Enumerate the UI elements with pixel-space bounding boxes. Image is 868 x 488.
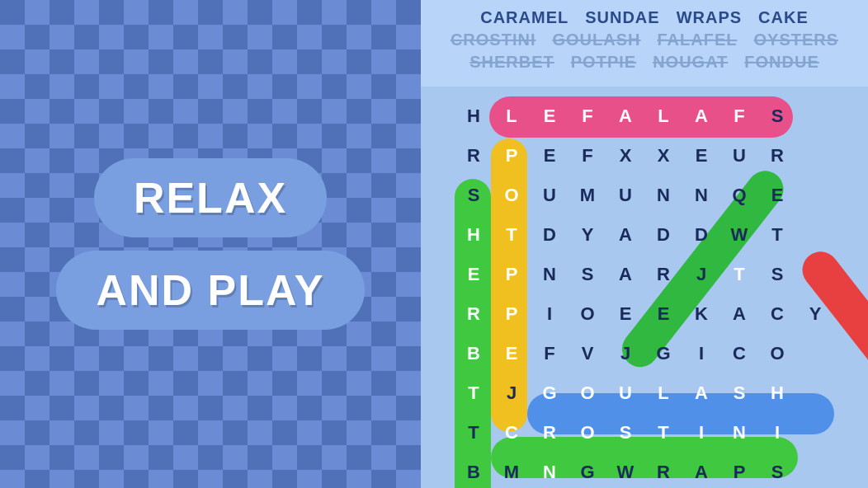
cell-9-2: N [531,451,568,488]
word-cake: CAKE [758,8,809,27]
cell-1-0: R [455,134,493,177]
cell-4-9 [796,253,834,296]
word-row-3: SHERBET POTPIE NOUGAT FONDUE [434,51,855,73]
cell-2-8: E [758,174,796,217]
cell-7-9 [796,372,834,415]
cell-0-8: S [758,95,796,138]
word-fondue: FONDUE [744,53,818,72]
cell-1-7: U [720,134,758,177]
cell-9-3: G [568,451,606,488]
cell-3-3: Y [568,214,606,256]
cell-3-2: D [531,214,568,256]
word-list-area: CARAMEL SUNDAE WRAPS CAKE CROSTINI GOULA… [421,0,868,87]
cell-0-5: L [644,95,682,138]
grid-area[interactable]: H L E F A L A F S R P E F X X E U R [421,87,868,488]
cell-6-0: B [455,332,493,375]
cell-4-0: E [455,253,493,296]
cell-3-5: D [644,214,682,256]
cell-0-7: F [720,95,758,138]
cell-3-6: D [682,214,720,256]
cell-4-3: S [568,253,606,296]
cell-0-1: L [493,95,531,138]
cell-5-2: I [531,293,568,336]
cell-5-1: P [493,293,531,336]
cell-2-5: N [644,174,682,217]
cell-1-6: E [682,134,720,177]
cell-0-4: A [606,95,644,138]
cell-3-4: A [606,214,644,256]
cell-6-9 [796,332,834,375]
cell-5-9: Y [796,293,834,336]
cell-7-6: A [682,372,720,415]
word-sherbet: SHERBET [469,53,554,72]
cell-2-7: Q [720,174,758,217]
cell-2-0: S [455,174,493,217]
word-oysters: OYSTERS [753,30,838,49]
cell-9-6: A [682,451,720,488]
cell-0-6: A [682,95,720,138]
cell-1-4: X [606,134,644,177]
cell-8-1: C [493,411,531,454]
cell-8-6: I [682,411,720,454]
cell-4-5: R [644,253,682,296]
cell-2-1: O [493,174,531,217]
cell-5-8: C [758,293,796,336]
cell-7-8: H [758,372,796,415]
cell-4-7: T [720,253,758,296]
word-sundae: SUNDAE [585,8,659,27]
word-nougat: NOUGAT [653,53,728,72]
cell-8-3: O [568,411,606,454]
left-panel: RELAX AND PLAY [0,0,421,488]
cell-5-5: E [644,293,682,336]
cell-2-9 [796,174,834,217]
cell-1-1: P [493,134,531,177]
cell-3-7: W [720,214,758,256]
cell-4-4: A [606,253,644,296]
cell-6-3: V [568,332,606,375]
cell-3-1: T [493,214,531,256]
cell-7-0: T [455,372,493,415]
cell-9-8: S [758,451,796,488]
cell-5-4: E [606,293,644,336]
cell-1-2: E [531,134,568,177]
cell-7-5: L [644,372,682,415]
cell-4-8: S [758,253,796,296]
cell-6-1: E [493,332,531,375]
cell-0-9 [796,95,834,138]
cell-4-6: J [682,253,720,296]
cell-7-2: G [531,372,568,415]
cell-4-1: P [493,253,531,296]
grid-wrapper: H L E F A L A F S R P E F X X E U R [455,95,834,488]
cell-5-7: A [720,293,758,336]
cell-2-6: N [682,174,720,217]
cell-2-2: U [531,174,568,217]
relax-text: RELAX [134,173,287,223]
word-falafel: FALAFEL [657,30,737,49]
cell-9-5: R [644,451,682,488]
letter-grid: H L E F A L A F S R P E F X X E U R [455,95,834,488]
cell-6-4: J [606,332,644,375]
cell-9-9 [796,451,834,488]
cell-8-8: I [758,411,796,454]
cell-8-9 [796,411,834,454]
cell-9-1: M [493,451,531,488]
cell-8-4: S [606,411,644,454]
word-caramel: CARAMEL [480,8,568,27]
and-play-text: AND PLAY [96,265,324,315]
word-row-2: CROSTINI GOULASH FALAFEL OYSTERS [434,29,855,51]
right-panel: CARAMEL SUNDAE WRAPS CAKE CROSTINI GOULA… [421,0,868,488]
cell-4-2: N [531,253,568,296]
cell-9-7: P [720,451,758,488]
cell-0-3: F [568,95,606,138]
cell-8-0: T [455,411,493,454]
cell-1-8: R [758,134,796,177]
cell-7-4: U [606,372,644,415]
word-wraps: WRAPS [677,8,742,27]
and-play-badge: AND PLAY [56,251,364,330]
cell-5-6: K [682,293,720,336]
cell-1-9 [796,134,834,177]
cell-9-4: W [606,451,644,488]
word-row-1: CARAMEL SUNDAE WRAPS CAKE [434,7,855,29]
cell-8-7: N [720,411,758,454]
cell-7-7: S [720,372,758,415]
